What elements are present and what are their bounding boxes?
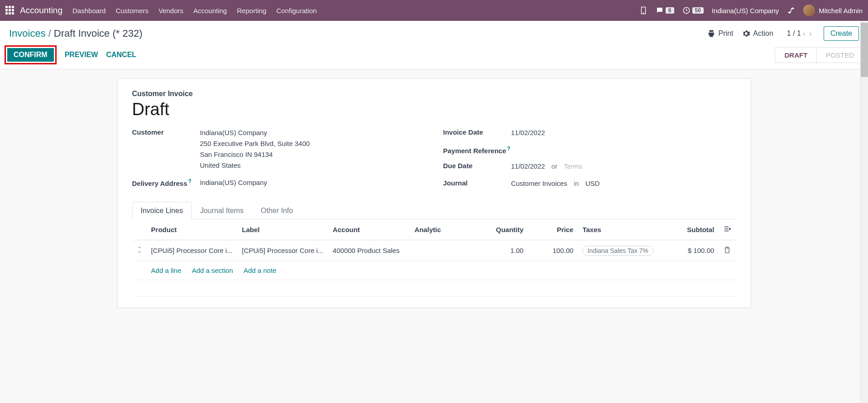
customer-name: Indiana(US) Company [200,127,425,138]
debug-icon[interactable] [787,6,795,15]
breadcrumb-separator: / [48,28,51,39]
activities-icon[interactable]: 50 [682,6,704,15]
company-switcher[interactable]: Indiana(US) Company [712,7,779,15]
tab-journal-items[interactable]: Journal Items [192,202,252,219]
drag-handle-icon[interactable] [132,240,147,261]
create-button[interactable]: Create [824,26,859,41]
help-icon[interactable]: ? [188,178,192,185]
user-name: Mitchell Admin [819,7,863,15]
nav-reporting[interactable]: Reporting [237,7,266,15]
messaging-count: 8 [666,7,674,14]
customer-field[interactable]: Indiana(US) Company 250 Executive Park B… [200,127,425,171]
th-taxes[interactable]: Taxes [578,219,660,240]
th-analytic[interactable]: Analytic [410,219,478,240]
currency-field[interactable]: USD [585,180,600,187]
cell-quantity[interactable]: 1.00 [478,240,528,261]
invoice-title: Draft [132,100,736,119]
tab-other-info[interactable]: Other Info [252,202,302,219]
user-menu[interactable]: Mitchell Admin [803,5,863,16]
th-subtotal[interactable]: Subtotal [660,219,719,240]
invoice-date-field[interactable]: 11/02/2022 [511,127,736,138]
terms-field[interactable]: Terms [564,162,582,170]
status-bar: DRAFT POSTED [775,47,863,63]
cell-product[interactable]: [CPUi5] Processor Core i... [147,240,238,261]
nav-dashboard[interactable]: Dashboard [72,7,106,15]
invoice-lines-table: Product Label Account Analytic Quantity … [132,219,736,296]
svg-point-0 [643,12,644,13]
journal-label: Journal [443,178,511,187]
journal-field[interactable]: Customer Invoices in USD [511,178,736,189]
pager-next-icon[interactable]: › [809,29,812,39]
status-draft[interactable]: DRAFT [775,47,817,63]
payref-label: Payment Reference? [443,145,511,155]
nav-customers[interactable]: Customers [115,7,149,15]
nav-vendors[interactable]: Vendors [158,7,183,15]
cell-account[interactable]: 400000 Product Sales [328,240,410,261]
or-label: or [551,162,557,170]
customer-addr1: 250 Executive Park Blvd, Suite 3400 [200,138,425,149]
table-row[interactable]: [CPUi5] Processor Core i... [CPUi5] Proc… [132,240,736,261]
preview-button[interactable]: PREVIEW [65,51,98,59]
move-type-label: Customer Invoice [132,90,736,98]
activities-count: 50 [692,7,704,14]
due-date-field[interactable]: 11/02/2022 or Terms [511,161,736,172]
add-note-link[interactable]: Add a note [244,267,277,274]
pager-prev-icon[interactable]: ‹ [803,29,806,39]
messaging-icon[interactable]: 8 [656,6,674,15]
add-section-link[interactable]: Add a section [192,267,233,274]
help-icon[interactable]: ? [507,146,510,152]
th-price[interactable]: Price [528,219,578,240]
due-date-label: Due Date [443,161,511,170]
nav-accounting[interactable]: Accounting [193,7,227,15]
action-button[interactable]: Action [742,29,773,38]
columns-config-icon[interactable] [719,219,736,240]
customer-label: Customer [132,127,200,136]
app-title[interactable]: Accounting [20,5,62,15]
form-sheet: Customer Invoice Draft Customer Indiana(… [117,78,751,308]
th-product[interactable]: Product [147,219,238,240]
cell-subtotal: $ 100.00 [660,240,719,261]
cell-price[interactable]: 100.00 [528,240,578,261]
print-label: Print [718,29,733,38]
cancel-button[interactable]: CANCEL [106,51,136,59]
invoice-date-label: Invoice Date [443,127,511,136]
pager[interactable]: 1 / 1 [787,29,801,38]
cell-label[interactable]: [CPUi5] Processor Core i... [237,240,328,261]
nav-configuration[interactable]: Configuration [276,7,317,15]
tax-tag[interactable]: Indiana Sales Tax 7% [582,246,653,256]
status-posted[interactable]: POSTED [817,47,863,63]
apps-launcher-icon[interactable] [5,6,14,15]
add-line-link[interactable]: Add a line [151,267,182,274]
in-label: in [574,180,579,187]
th-account[interactable]: Account [328,219,410,240]
tab-invoice-lines[interactable]: Invoice Lines [132,202,192,219]
phone-icon[interactable] [639,6,647,15]
cell-taxes[interactable]: Indiana Sales Tax 7% [578,240,660,261]
breadcrumb-current: Draft Invoice (* 232) [54,28,143,39]
confirm-highlight: CONFIRM [5,45,57,64]
print-button[interactable]: Print [707,29,733,38]
th-quantity[interactable]: Quantity [478,219,528,240]
delete-row-icon[interactable] [719,240,736,261]
breadcrumb-invoices[interactable]: Invoices [9,28,46,39]
confirm-button[interactable]: CONFIRM [7,48,54,62]
scrollbar[interactable] [860,21,868,403]
customer-addr2: San Francisco IN 94134 [200,149,425,160]
delivery-field[interactable]: Indiana(US) Company [200,177,425,188]
customer-addr3: United States [200,160,425,171]
cell-analytic[interactable] [410,240,478,261]
action-label: Action [753,29,773,38]
th-label[interactable]: Label [237,219,328,240]
avatar-icon [803,5,815,16]
delivery-label: Delivery Address? [132,177,200,187]
